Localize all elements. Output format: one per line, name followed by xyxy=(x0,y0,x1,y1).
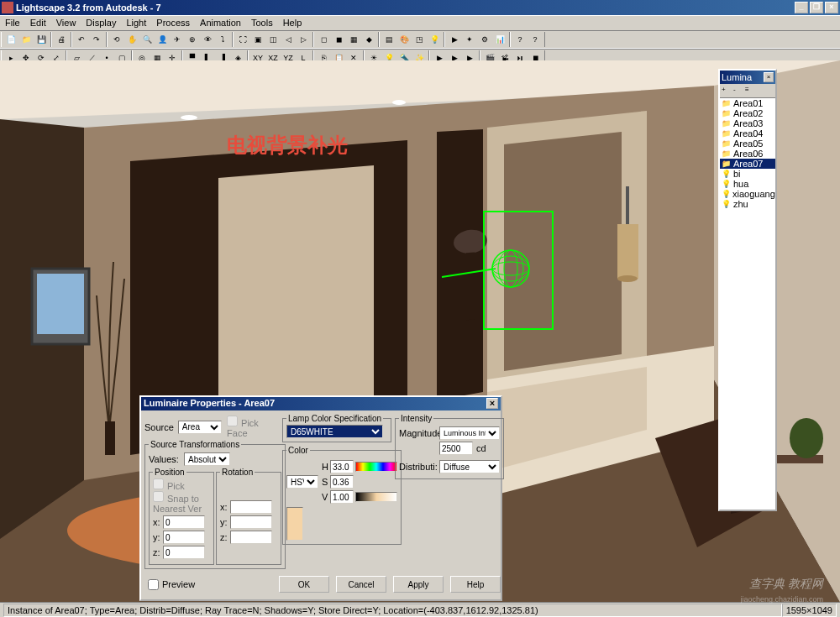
dialog-close-button[interactable]: × xyxy=(486,398,498,409)
h-input[interactable] xyxy=(330,460,354,473)
blocks-icon[interactable]: ◳ xyxy=(412,33,426,46)
rot-z-input[interactable] xyxy=(230,531,272,544)
svg-rect-16 xyxy=(617,224,638,279)
close-button[interactable]: × xyxy=(825,2,838,13)
value-strip[interactable] xyxy=(355,492,397,502)
luminaire-item-Area03[interactable]: 📁Area03 xyxy=(720,118,775,128)
luminaire-item-Area04[interactable]: 📁Area04 xyxy=(720,128,775,139)
luminaire-item-Area01[interactable]: 📁Area01 xyxy=(720,98,775,108)
luminaire-panel[interactable]: Lumina × + - ≡ 📁Area01📁Area02📁Area03📁Are… xyxy=(718,69,777,511)
textured-icon[interactable]: ▦ xyxy=(347,33,360,46)
preview-checkbox[interactable] xyxy=(148,579,159,590)
menu-tools[interactable]: Tools xyxy=(246,16,278,30)
area-light-icon: 📁 xyxy=(722,109,732,118)
save-icon[interactable]: 💾 xyxy=(34,33,48,46)
orbit-icon[interactable]: ⟲ xyxy=(110,33,123,46)
menu-view[interactable]: View xyxy=(51,16,81,30)
prev-view-icon[interactable]: ◁ xyxy=(281,33,295,46)
minimize-button[interactable]: _ xyxy=(795,2,808,13)
area-light-icon: 📁 xyxy=(722,99,732,107)
menu-edit[interactable]: Edit xyxy=(25,16,51,30)
magnitude-type-select[interactable]: Luminous Intensity xyxy=(439,426,500,440)
print-icon[interactable]: 🖨 xyxy=(55,33,68,46)
lum-prop-icon[interactable]: ≡ xyxy=(744,85,756,97)
luminaire-item-bi[interactable]: 💡bi xyxy=(720,169,775,179)
luminaire-item-zhu[interactable]: 💡zhu xyxy=(720,199,775,209)
pos-z-input[interactable] xyxy=(163,546,205,559)
luminaire-item-Area02[interactable]: 📁Area02 xyxy=(720,108,775,118)
colorspace-select[interactable]: HSV xyxy=(286,475,318,489)
next-view-icon[interactable]: ▷ xyxy=(297,33,310,46)
region-icon[interactable]: ▣ xyxy=(251,33,265,46)
hue-strip[interactable] xyxy=(355,462,397,472)
point-light-icon: 💡 xyxy=(722,200,732,208)
zoom-icon[interactable]: 🔍 xyxy=(140,33,154,46)
help-button[interactable]: Help xyxy=(450,576,501,593)
wireframe-icon[interactable]: ◻ xyxy=(317,33,330,46)
svg-point-26 xyxy=(181,115,197,120)
luminaire-item-hua[interactable]: 💡hua xyxy=(720,179,775,189)
menu-light[interactable]: Light xyxy=(121,16,151,30)
luminaire-item-label: Area03 xyxy=(733,118,763,128)
luminaire-item-Area06[interactable]: 📁Area06 xyxy=(720,149,775,159)
svg-marker-7 xyxy=(218,165,374,426)
restore-button[interactable]: ❐ xyxy=(810,2,823,13)
layers-icon[interactable]: ▤ xyxy=(382,33,396,46)
ok-button[interactable]: OK xyxy=(279,576,329,593)
pos-x-label: x: xyxy=(153,517,163,527)
luminaire-panel-close[interactable]: × xyxy=(764,72,774,82)
menu-file[interactable]: File xyxy=(0,16,25,30)
extents-icon[interactable]: ⛶ xyxy=(236,33,249,46)
menu-help[interactable]: Help xyxy=(278,16,307,30)
point-light-icon: 💡 xyxy=(722,190,731,198)
open-icon[interactable]: 📁 xyxy=(19,33,33,46)
materials-icon[interactable]: 🎨 xyxy=(397,33,411,46)
menu-display[interactable]: Display xyxy=(81,16,121,30)
shaded-icon[interactable]: ◼ xyxy=(332,33,345,46)
luminaires-icon[interactable]: 💡 xyxy=(428,33,441,46)
v-input[interactable] xyxy=(330,490,354,504)
rot-x-label: x: xyxy=(220,502,230,512)
dialog-titlebar[interactable]: Luminaire Properties - Area07 × xyxy=(141,397,501,410)
context-help-icon[interactable]: ? xyxy=(528,33,542,46)
fly-icon[interactable]: ✈ xyxy=(171,33,184,46)
luminaire-properties-dialog[interactable]: Luminaire Properties - Area07 × Source A… xyxy=(139,395,502,601)
luminaire-item-label: zhu xyxy=(733,199,748,209)
source-select[interactable]: Area xyxy=(178,421,222,434)
pan-icon[interactable]: ✋ xyxy=(125,33,139,46)
new-icon[interactable]: 📄 xyxy=(4,33,18,46)
distribution-select[interactable]: Diffuse xyxy=(439,460,500,473)
pos-y-input[interactable] xyxy=(163,531,205,544)
params-icon[interactable]: ⚙ xyxy=(478,33,491,46)
luminaire-item-Area07[interactable]: 📁Area07 xyxy=(720,159,775,169)
cancel-button[interactable]: Cancel xyxy=(336,576,386,593)
undo-icon[interactable]: ↶ xyxy=(75,33,88,46)
rot-y-input[interactable] xyxy=(230,515,272,529)
apply-button[interactable]: Apply xyxy=(393,576,444,593)
lamp-spec-select[interactable]: D65WHITE xyxy=(286,425,383,438)
magnitude-input[interactable] xyxy=(439,442,473,455)
lum-new-icon[interactable]: + xyxy=(721,85,732,97)
luminaire-item-Area05[interactable]: 📁Area05 xyxy=(720,139,775,149)
menu-process[interactable]: Process xyxy=(151,16,195,30)
help-icon[interactable]: ? xyxy=(513,33,527,46)
rot-x-input[interactable] xyxy=(230,500,272,514)
rotation-legend: Rotation xyxy=(220,468,255,477)
redo-icon[interactable]: ↷ xyxy=(90,33,103,46)
stats-icon[interactable]: 📊 xyxy=(493,33,507,46)
roll-icon[interactable]: ⤵ xyxy=(216,33,229,46)
selection-icon[interactable]: ◫ xyxy=(266,33,280,46)
target-icon[interactable]: ⊕ xyxy=(186,33,199,46)
pos-x-input[interactable] xyxy=(163,515,205,529)
s-input[interactable] xyxy=(330,475,354,489)
look-icon[interactable]: 👁 xyxy=(201,33,214,46)
luminaire-item-xiaoguang[interactable]: 💡xiaoguang xyxy=(720,189,775,199)
menu-animation[interactable]: Animation xyxy=(195,16,246,30)
values-select[interactable]: Absolute xyxy=(184,452,230,466)
walk-icon[interactable]: 👤 xyxy=(155,33,169,46)
raytrace-icon[interactable]: ✦ xyxy=(463,33,476,46)
luminaire-list[interactable]: 📁Area01📁Area02📁Area03📁Area04📁Area05📁Area… xyxy=(720,98,775,510)
solution-icon[interactable]: ◆ xyxy=(362,33,375,46)
lum-del-icon[interactable]: - xyxy=(732,85,744,97)
process-icon[interactable]: ▶ xyxy=(448,33,461,46)
